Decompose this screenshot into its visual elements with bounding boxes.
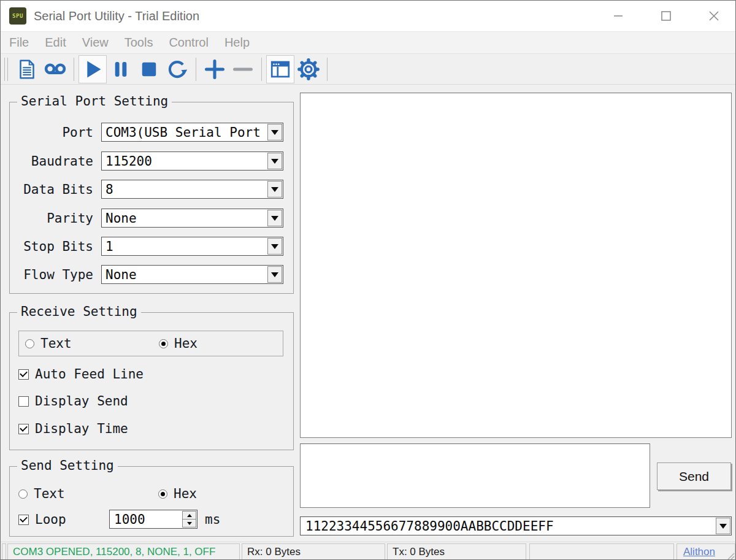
dropdown-button[interactable] [267,153,282,169]
remove-button[interactable] [229,55,257,83]
menu-edit[interactable]: Edit [45,36,66,50]
parity-field-row: Parity None [17,209,283,228]
chevron-down-icon [271,187,278,192]
toolbar [1,53,735,85]
toolbar-grip[interactable] [4,58,8,81]
stopbits-select[interactable]: 1 [101,237,283,256]
receive-mode-hex-radio[interactable]: Hex [159,336,197,351]
send-mode-text-radio[interactable]: Text [18,486,65,501]
minimize-icon [612,10,624,22]
remove-icon [231,58,255,81]
menu-file[interactable]: File [9,36,29,50]
status-bar: COM3 OPENED, 115200, 8, NONE, 1, OFF Rx:… [1,542,735,560]
record-button[interactable] [41,55,69,83]
title-bar: SPU Serial Port Utility - Trial Edition [1,1,735,31]
send-history-combo[interactable]: 11223344556677889900AABBCCDDEEFF [300,516,732,535]
refresh-button[interactable] [163,55,191,83]
receive-display-area[interactable] [300,93,732,438]
ms-label: ms [205,512,220,527]
checkbox-label: Display Send [35,394,128,408]
status-extra [529,543,674,560]
dropdown-button[interactable] [267,266,282,283]
loop-interval-input[interactable]: 1000 [109,510,197,529]
resize-grip-icon[interactable] [725,550,735,560]
chevron-down-icon [187,522,192,525]
chevron-down-icon [271,244,278,249]
pause-icon [110,58,132,80]
close-button[interactable] [703,6,724,26]
settings-button[interactable] [294,55,323,83]
play-icon [81,58,104,81]
auto-feed-line-checkbox[interactable]: Auto Feed Line [18,367,144,382]
menu-view[interactable]: View [82,36,109,50]
new-file-button[interactable] [13,55,41,83]
checkbox-label: Auto Feed Line [35,367,144,382]
window-title: Serial Port Utility - Trial Edition [34,9,199,23]
send-setting-group: Send Setting Text Hex Loop 1000 ms [9,466,294,537]
close-icon [708,10,720,22]
status-tx: Tx: 0 Bytes [387,543,526,560]
display-send-checkbox[interactable]: Display Send [18,394,128,408]
send-mode-hex-radio[interactable]: Hex [158,486,197,501]
receive-mode-text-radio[interactable]: Text [25,336,72,351]
receive-mode-frame: Text Hex [18,331,283,356]
serial-port-setting-group: Serial Port Setting Port COM3(USB Serial… [9,102,294,294]
add-icon [203,58,226,81]
status-connection: COM3 OPENED, 115200, 8, NONE, 1, OFF [7,543,240,560]
add-button[interactable] [201,55,229,83]
minimize-button[interactable] [608,6,629,26]
pause-button[interactable] [107,55,135,83]
send-input-area[interactable] [300,443,650,508]
parity-label: Parity [17,211,94,226]
play-button[interactable] [79,55,107,83]
app-window: SPU Serial Port Utility - Trial Edition … [0,0,736,560]
status-rx: Rx: 0 Bytes [242,543,385,560]
window-layout-button[interactable] [266,55,294,83]
dropdown-button[interactable] [267,124,282,140]
flowtype-select[interactable]: None [101,265,283,284]
dropdown-button[interactable] [267,181,282,198]
checkbox-icon [18,369,29,380]
databits-field-row: Data Bits 8 [17,180,283,199]
display-time-checkbox[interactable]: Display Time [18,421,128,436]
group-title: Receive Setting [17,304,141,319]
toolbar-separator [196,58,196,81]
spin-down-button[interactable] [182,519,196,527]
checkbox-label: Display Time [35,421,128,436]
menu-bar: File Edit View Tools Control Help [1,31,735,53]
menu-help[interactable]: Help [224,36,250,50]
dropdown-button[interactable] [267,210,282,226]
port-select[interactable]: COM3(USB Serial Port [101,123,283,142]
status-tx-text: Tx: 0 Bytes [393,546,445,558]
dropdown-button[interactable] [716,518,730,534]
stopbits-value: 1 [102,239,267,254]
checkbox-icon [18,424,29,434]
databits-select[interactable]: 8 [101,180,283,199]
radio-icon [18,489,28,499]
spin-up-button[interactable] [182,511,196,519]
chevron-down-icon [271,130,278,135]
send-button-label: Send [679,469,709,484]
menu-tools[interactable]: Tools [125,36,153,50]
send-button[interactable]: Send [657,462,731,490]
baudrate-label: Baudrate [17,154,94,169]
loop-checkbox[interactable]: Loop [18,512,66,527]
toolbar-separator [327,58,328,81]
new-file-icon [16,58,38,80]
receive-setting-group: Receive Setting Text Hex Auto Feed Line … [9,312,294,450]
dropdown-button[interactable] [267,238,282,255]
parity-select[interactable]: None [101,209,283,228]
baudrate-select[interactable]: 115200 [101,152,283,171]
checkbox-icon [18,515,29,525]
settings-gear-icon [297,58,320,81]
record-icon [44,58,67,81]
flowtype-label: Flow Type [17,267,94,282]
brand-link[interactable]: Alithon [683,546,715,558]
port-field-row: Port COM3(USB Serial Port [17,123,283,142]
stop-button[interactable] [135,55,163,83]
menu-control[interactable]: Control [169,36,208,50]
app-icon: SPU [9,7,26,25]
port-value: COM3(USB Serial Port [102,125,267,140]
status-grip-panel [2,543,6,560]
maximize-button[interactable] [656,6,677,26]
